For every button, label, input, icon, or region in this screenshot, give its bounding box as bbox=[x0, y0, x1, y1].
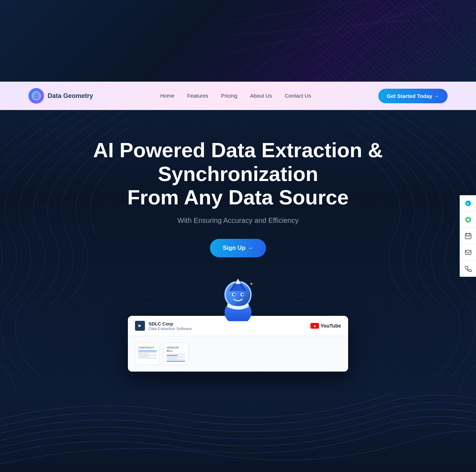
svg-line-2 bbox=[256, 0, 362, 82]
svg-line-1 bbox=[242, 0, 348, 82]
svg-point-33 bbox=[408, 21, 409, 22]
svg-rect-65 bbox=[469, 236, 470, 237]
navbar: 🔮 Data Geometry Home Features Pricing Ab… bbox=[0, 82, 476, 110]
svg-line-10 bbox=[369, 39, 440, 82]
doc-line-4 bbox=[138, 355, 157, 356]
svg-point-26 bbox=[408, 14, 409, 15]
svg-line-8 bbox=[341, 11, 440, 82]
svg-line-6 bbox=[313, 0, 419, 82]
svg-point-35 bbox=[422, 21, 423, 22]
bottom-section bbox=[0, 394, 476, 465]
svg-text:✦: ✦ bbox=[249, 281, 254, 287]
svg-point-31 bbox=[394, 21, 395, 22]
svg-line-3 bbox=[270, 0, 377, 82]
svg-point-28 bbox=[422, 14, 423, 15]
calendar-button[interactable] bbox=[460, 228, 476, 244]
doc-line-6 bbox=[138, 358, 157, 358]
company-name: SDLC Corp bbox=[148, 321, 192, 326]
hero-top-background bbox=[0, 0, 476, 82]
sdlc-info: SDLC Corp Data Extraction Software bbox=[148, 321, 192, 331]
vendor-line-1 bbox=[167, 354, 185, 355]
vendor-line-6 bbox=[167, 361, 185, 362]
whatsapp-button[interactable] bbox=[460, 212, 476, 228]
svg-point-19 bbox=[408, 7, 409, 8]
nav-about[interactable]: About Us bbox=[250, 93, 272, 99]
svg-point-27 bbox=[415, 14, 416, 15]
youtube-badge: YouTube bbox=[310, 323, 341, 329]
vendor-line-5 bbox=[167, 360, 185, 360]
skype-icon: S bbox=[465, 200, 472, 207]
svg-point-22 bbox=[429, 7, 431, 8]
svg-point-39 bbox=[401, 28, 402, 29]
svg-point-23 bbox=[387, 14, 388, 15]
svg-line-0 bbox=[227, 0, 334, 82]
calendar-icon bbox=[465, 232, 472, 240]
svg-line-12 bbox=[263, 0, 440, 64]
vendor-bill-doc: VENDOR BILL bbox=[163, 343, 188, 365]
svg-rect-66 bbox=[465, 250, 471, 254]
svg-point-24 bbox=[394, 14, 395, 15]
svg-point-52 bbox=[233, 293, 235, 296]
svg-point-53 bbox=[242, 293, 244, 296]
nav-pricing[interactable]: Pricing bbox=[221, 93, 237, 99]
doc-line-3 bbox=[138, 353, 149, 354]
svg-rect-64 bbox=[468, 236, 469, 237]
nav-home[interactable]: Home bbox=[160, 93, 174, 99]
svg-text:S: S bbox=[467, 202, 469, 205]
svg-point-21 bbox=[422, 7, 423, 8]
hero-visual: ✦ bbox=[128, 271, 348, 372]
company-description: Data Extraction Software bbox=[148, 326, 192, 331]
contract-doc: CONTRACT bbox=[135, 343, 160, 365]
vendor-line-4 bbox=[167, 358, 178, 359]
svg-rect-63 bbox=[466, 236, 467, 237]
hero-subtitle: With Ensuring Accuracy and Efficiency bbox=[85, 216, 391, 225]
svg-point-32 bbox=[401, 21, 402, 22]
whatsapp-icon bbox=[465, 216, 472, 223]
svg-point-36 bbox=[429, 21, 431, 22]
nav-contact[interactable]: Contact Us bbox=[285, 93, 311, 99]
vendor-line-2 bbox=[167, 355, 178, 356]
logo: 🔮 Data Geometry bbox=[28, 88, 93, 104]
svg-point-37 bbox=[387, 28, 388, 29]
sidebar-icons: S bbox=[460, 195, 476, 277]
svg-point-41 bbox=[415, 28, 416, 29]
svg-point-18 bbox=[401, 7, 402, 8]
video-preview-card: SDLC Corp Data Extraction Software YouTu… bbox=[128, 316, 348, 372]
youtube-icon bbox=[310, 323, 319, 329]
video-header-left: SDLC Corp Data Extraction Software bbox=[135, 321, 192, 331]
phone-icon bbox=[465, 265, 472, 272]
nav-links: Home Features Pricing About Us Contact U… bbox=[160, 93, 311, 99]
logo-text: Data Geometry bbox=[48, 92, 93, 100]
svg-point-20 bbox=[415, 7, 416, 8]
doc-line-1 bbox=[138, 351, 157, 351]
phone-button[interactable] bbox=[460, 260, 476, 277]
email-button[interactable] bbox=[460, 244, 476, 260]
contract-lines bbox=[138, 351, 157, 358]
vendor-lines bbox=[167, 354, 185, 362]
svg-point-16 bbox=[387, 7, 388, 8]
svg-line-15 bbox=[227, 0, 369, 21]
svg-line-9 bbox=[355, 25, 440, 82]
signup-button[interactable]: Sign Up → bbox=[210, 239, 266, 257]
doc-line-2 bbox=[138, 352, 157, 353]
skype-button[interactable]: S bbox=[460, 195, 476, 212]
hero-section: AI Powered Data Extraction & Synchroniza… bbox=[0, 110, 476, 394]
doc-line-5 bbox=[138, 356, 149, 357]
vendor-bill-label: VENDOR BILL bbox=[167, 346, 185, 352]
svg-point-30 bbox=[387, 21, 388, 22]
logo-icon: 🔮 bbox=[28, 88, 44, 104]
vendor-line-3 bbox=[167, 357, 185, 357]
contract-label: CONTRACT bbox=[138, 346, 157, 349]
mascot: ✦ bbox=[217, 271, 259, 321]
bottom-wave-decoration bbox=[0, 394, 476, 465]
svg-point-17 bbox=[394, 7, 395, 8]
hero-content: AI Powered Data Extraction & Synchroniza… bbox=[78, 138, 398, 257]
email-icon bbox=[465, 249, 472, 256]
svg-point-34 bbox=[415, 21, 416, 22]
nav-features[interactable]: Features bbox=[187, 93, 208, 99]
svg-line-11 bbox=[384, 53, 440, 82]
sdlc-logo-icon bbox=[135, 321, 145, 331]
svg-line-5 bbox=[298, 0, 405, 82]
get-started-button[interactable]: Get Started Today → bbox=[378, 89, 448, 103]
svg-point-38 bbox=[394, 28, 395, 29]
